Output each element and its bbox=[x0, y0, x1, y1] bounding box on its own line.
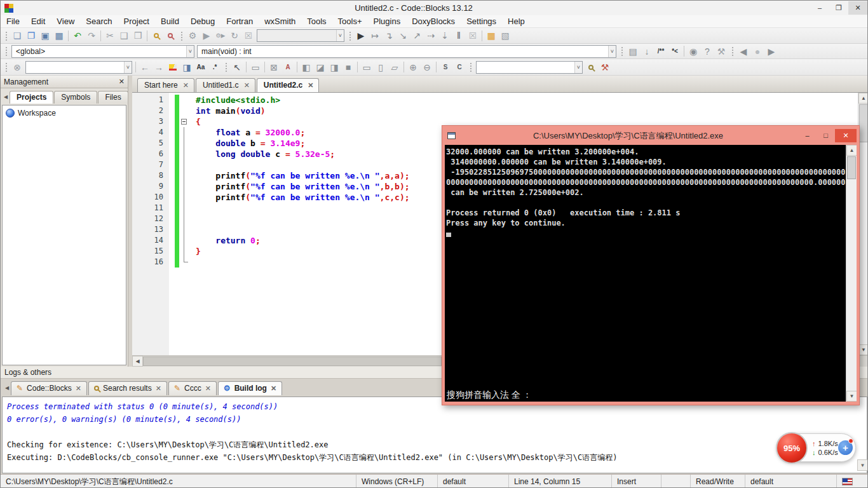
open-file-icon[interactable]: ❐ bbox=[24, 29, 38, 42]
scroll-down-icon[interactable]: ▼ bbox=[858, 344, 868, 355]
management-tab-files[interactable]: Files bbox=[98, 91, 128, 104]
management-tab-projects[interactable]: Projects bbox=[10, 91, 53, 104]
stop-debugger-icon[interactable]: ☒ bbox=[466, 29, 480, 42]
replace-icon[interactable] bbox=[163, 29, 177, 42]
paste-icon[interactable]: ❒ bbox=[131, 29, 145, 42]
menu-edit[interactable]: Edit bbox=[25, 15, 51, 28]
zoom-out-icon[interactable]: ⊖ bbox=[420, 61, 434, 74]
copy-icon[interactable]: ❑ bbox=[117, 29, 131, 42]
console-close-button[interactable]: ✕ bbox=[835, 129, 857, 142]
border-left-icon[interactable]: ▭ bbox=[360, 61, 374, 74]
incsearch-next-icon[interactable]: → bbox=[152, 61, 166, 74]
save-all-icon[interactable]: ▦ bbox=[52, 29, 66, 42]
various-info-icon[interactable]: ▧ bbox=[498, 29, 512, 42]
menu-build[interactable]: Build bbox=[155, 15, 185, 28]
selected-text-only-icon[interactable]: ◨ bbox=[180, 61, 194, 74]
scroll-tabs-left-icon[interactable]: ◀ bbox=[3, 385, 11, 391]
speed-monitor-widget[interactable]: 95% ↑ 1.8K/s ↓ 0.6K/s + bbox=[777, 433, 856, 462]
menu-debug[interactable]: Debug bbox=[185, 15, 220, 28]
management-close-icon[interactable]: ✕ bbox=[119, 78, 125, 86]
debugging-windows-icon[interactable]: ▦ bbox=[484, 29, 498, 42]
close-tab-icon[interactable]: ✕ bbox=[271, 384, 276, 393]
wxsmith-image-icon[interactable]: ⊠ bbox=[267, 61, 281, 74]
doxy-settings-icon[interactable]: ⚒ bbox=[714, 45, 728, 58]
build-and-run-icon[interactable]: ⚙▶ bbox=[214, 29, 227, 42]
menu-view[interactable]: View bbox=[51, 15, 80, 28]
restore-button[interactable]: ❐ bbox=[829, 1, 848, 15]
border-right-icon[interactable]: ▱ bbox=[388, 61, 402, 74]
highlight-occurrences-icon[interactable] bbox=[166, 61, 180, 74]
codecompletion-combo[interactable]: ˅ bbox=[476, 61, 583, 74]
incsearch-prev-icon[interactable]: ← bbox=[138, 61, 152, 74]
step-into-instruction-icon[interactable]: ⇣ bbox=[438, 29, 452, 42]
next-instruction-icon[interactable]: ⇢ bbox=[424, 29, 438, 42]
fold-collapse-icon[interactable] bbox=[181, 119, 187, 125]
logs-tab-cccc[interactable]: ✎Cccc✕ bbox=[168, 381, 217, 395]
close-tab-icon[interactable]: ✕ bbox=[205, 384, 211, 393]
close-tab-icon[interactable]: ✕ bbox=[244, 81, 250, 90]
menu-tools[interactable]: Tools+ bbox=[332, 15, 368, 28]
next-line-icon[interactable]: ↴ bbox=[382, 29, 396, 42]
incsearch-combo[interactable]: ˅ bbox=[25, 61, 132, 74]
browse-marker-icon[interactable]: ● bbox=[750, 45, 764, 58]
cc-settings-icon[interactable]: ⚒ bbox=[598, 61, 612, 74]
step-out-icon[interactable]: ↗ bbox=[410, 29, 424, 42]
minimize-button[interactable]: – bbox=[810, 1, 829, 15]
browse-forward-icon[interactable]: ▶ bbox=[764, 45, 778, 58]
chevron-down-icon[interactable]: ˅ bbox=[336, 30, 344, 41]
wxsmith-pointer-icon[interactable]: ↖ bbox=[230, 61, 244, 74]
close-tab-icon[interactable]: ✕ bbox=[76, 384, 81, 393]
console-scrollbar[interactable]: ▲ ▼ bbox=[846, 145, 857, 402]
menu-wxsmith[interactable]: wxSmith bbox=[259, 15, 301, 28]
cc-search-icon[interactable] bbox=[584, 61, 598, 74]
scroll-up-icon[interactable]: ▲ bbox=[846, 145, 857, 156]
logs-tab-build-log[interactable]: ⚙Build log✕ bbox=[218, 381, 282, 395]
browse-back-icon[interactable]: ◀ bbox=[736, 45, 750, 58]
function-combo[interactable]: main(void) : int˅ bbox=[197, 45, 616, 58]
scope-combo[interactable]: <global>˅ bbox=[11, 45, 194, 58]
logs-scroll-down-icon[interactable]: ▼ bbox=[857, 459, 868, 471]
align-bottom-icon[interactable]: ◪ bbox=[313, 61, 327, 74]
console-minimize-button[interactable]: – bbox=[798, 129, 817, 142]
doxy-file-icon[interactable]: ↓ bbox=[640, 45, 654, 58]
doxy-extract-docs-icon[interactable]: ▤ bbox=[626, 45, 640, 58]
incsearch-clear-icon[interactable]: ⊗ bbox=[10, 61, 24, 74]
match-case-icon[interactable]: Aa bbox=[194, 61, 208, 74]
menu-plugins[interactable]: Plugins bbox=[368, 15, 407, 28]
border-mid-icon[interactable]: ▯ bbox=[374, 61, 388, 74]
regex-icon[interactable]: .* bbox=[208, 61, 222, 74]
management-tab-symbols[interactable]: Symbols bbox=[54, 91, 97, 104]
debug-continue-icon[interactable]: ▶ bbox=[354, 29, 368, 42]
menu-fortran[interactable]: Fortran bbox=[220, 15, 259, 28]
redo-icon[interactable]: ↷ bbox=[85, 29, 98, 42]
align-fill-icon[interactable]: ■ bbox=[341, 61, 355, 74]
scroll-thumb[interactable] bbox=[859, 104, 868, 142]
break-debugger-icon[interactable]: ‖ bbox=[452, 29, 466, 42]
menu-search[interactable]: Search bbox=[80, 15, 118, 28]
scroll-down-icon[interactable]: ▼ bbox=[846, 391, 857, 402]
scroll-thumb[interactable] bbox=[847, 156, 856, 179]
abort-build-icon[interactable]: ☒ bbox=[241, 29, 255, 42]
doxy-help-icon[interactable]: ? bbox=[700, 45, 714, 58]
wxsmith-text-icon[interactable]: A bbox=[281, 61, 295, 74]
menu-doxyblocks[interactable]: DoxyBlocks bbox=[406, 15, 461, 28]
editor-tab-start-here[interactable]: Start here✕ bbox=[137, 78, 194, 92]
scroll-up-icon[interactable]: ▲ bbox=[858, 93, 868, 104]
run-to-cursor-icon[interactable]: ↦ bbox=[368, 29, 382, 42]
scroll-tabs-left-icon[interactable]: ◀ bbox=[2, 94, 10, 100]
menu-help[interactable]: Help bbox=[502, 15, 531, 28]
menu-settings[interactable]: Settings bbox=[461, 15, 502, 28]
menu-tools[interactable]: Tools bbox=[301, 15, 332, 28]
memory-percent-badge[interactable]: 95% bbox=[776, 432, 808, 464]
align-left-icon[interactable]: ◧ bbox=[299, 61, 313, 74]
chevron-down-icon[interactable]: ˅ bbox=[574, 62, 582, 73]
doxywizard-icon[interactable]: ◉ bbox=[686, 45, 700, 58]
save-icon[interactable]: ▣ bbox=[38, 29, 52, 42]
undo-icon[interactable]: ↶ bbox=[71, 29, 85, 42]
console-maximize-button[interactable]: □ bbox=[817, 129, 835, 142]
wxsmith-window-icon[interactable]: ▭ bbox=[248, 61, 262, 74]
chevron-down-icon[interactable]: ˅ bbox=[124, 62, 132, 73]
sizers-icon[interactable]: S bbox=[438, 61, 452, 74]
close-tab-icon[interactable]: ✕ bbox=[308, 81, 313, 90]
menu-file[interactable]: File bbox=[1, 15, 25, 28]
